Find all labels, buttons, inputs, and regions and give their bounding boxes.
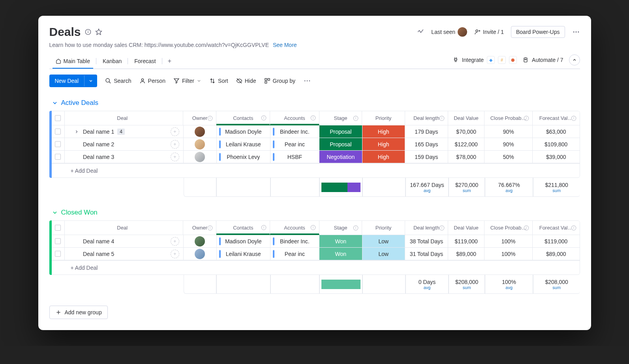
info-icon[interactable] [85, 29, 91, 35]
more-icon[interactable] [303, 77, 311, 85]
col-value[interactable]: Deal Value [448, 111, 485, 125]
value-cell[interactable]: $89,000 [448, 248, 484, 260]
stage-cell[interactable]: Proposal [319, 138, 362, 150]
integrate-button[interactable]: Integrate ◆ # ⬣ [453, 56, 517, 64]
col-forecast[interactable]: Forecast Val… [533, 111, 580, 125]
col-length[interactable]: Deal length [405, 111, 448, 125]
contacts-cell[interactable]: Leilani Krause [217, 248, 270, 260]
hide-button[interactable]: Hide [236, 78, 256, 84]
row-checkbox[interactable] [55, 129, 61, 134]
owner-cell[interactable] [184, 235, 217, 247]
value-cell[interactable]: $78,000 [448, 151, 484, 163]
deal-name-cell[interactable]: Deal name 2+ [65, 138, 184, 150]
priority-cell[interactable]: High [362, 151, 405, 163]
add-subitem-icon[interactable]: + [171, 140, 179, 149]
value-cell[interactable]: $122,000 [448, 138, 484, 150]
accounts-cell[interactable]: Pear inc [270, 138, 319, 150]
prob-cell[interactable]: 100% [484, 248, 533, 260]
prob-cell[interactable]: 90% [484, 138, 533, 150]
powerups-button[interactable]: Board Power-Ups [511, 26, 565, 38]
prob-cell[interactable]: 50% [484, 151, 533, 163]
length-cell[interactable]: 165 Days [405, 138, 448, 150]
col-deal[interactable]: Deal [65, 111, 183, 125]
forecast-cell[interactable]: $89,000 [533, 248, 580, 260]
activity-icon[interactable] [417, 28, 424, 35]
owner-cell[interactable] [184, 138, 217, 150]
col-forecast[interactable]: Forecast Val… [533, 221, 580, 235]
col-prob[interactable]: Close Probab… [484, 111, 533, 125]
see-more-link[interactable]: See More [273, 42, 297, 48]
automate-button[interactable]: Automate / 7 [522, 57, 563, 63]
star-icon[interactable] [95, 28, 102, 35]
contacts-cell[interactable]: Leilani Krause [217, 138, 270, 150]
col-stage[interactable]: Stage [319, 111, 362, 125]
accounts-cell[interactable]: Pear inc [270, 248, 319, 260]
col-owner[interactable]: Owner [183, 221, 216, 235]
filter-button[interactable]: Filter [173, 78, 201, 84]
col-contacts[interactable]: Contacts [216, 221, 270, 235]
collapse-button[interactable] [569, 54, 580, 65]
priority-cell[interactable]: Low [362, 235, 405, 247]
invite-button[interactable]: Invite / 1 [474, 29, 504, 35]
forecast-cell[interactable]: $109,800 [533, 138, 580, 150]
accounts-cell[interactable]: Bindeer Inc. [270, 235, 319, 247]
col-contacts[interactable]: Contacts [216, 111, 270, 125]
value-cell[interactable]: $119,000 [448, 235, 484, 247]
value-cell[interactable]: $70,000 [448, 125, 484, 138]
prob-cell[interactable]: 100% [484, 235, 533, 247]
accounts-cell[interactable]: Bindeer Inc. [270, 125, 319, 138]
forecast-cell[interactable]: $39,000 [533, 151, 580, 163]
add-view-button[interactable]: + [162, 54, 177, 69]
chevron-down-icon[interactable] [84, 75, 97, 86]
priority-cell[interactable]: Low [362, 248, 405, 260]
col-value[interactable]: Deal Value [448, 221, 485, 235]
deal-name-cell[interactable]: Deal name 4+ [65, 235, 184, 247]
col-deal[interactable]: Deal [65, 221, 183, 235]
col-prob[interactable]: Close Probab… [484, 221, 533, 235]
deal-name-cell[interactable]: Deal name 14+ [65, 125, 184, 138]
col-priority[interactable]: Priority [362, 111, 405, 125]
col-stage[interactable]: Stage [319, 221, 362, 235]
expand-icon[interactable] [73, 129, 81, 134]
tab-main-table[interactable]: Main Table [49, 54, 96, 68]
contacts-cell[interactable]: Madison Doyle [217, 125, 270, 138]
add-group-button[interactable]: Add new group [49, 306, 108, 319]
stage-cell[interactable]: Won [319, 248, 362, 260]
last-seen-link[interactable]: Last seen [431, 27, 467, 37]
group-by-button[interactable]: Group by [264, 78, 296, 84]
group-header[interactable]: Closed Won [52, 209, 580, 217]
length-cell[interactable]: 179 Days [405, 125, 448, 138]
col-accounts[interactable]: Accounts [270, 111, 319, 125]
prob-cell[interactable]: 90% [484, 125, 533, 138]
deal-name-cell[interactable]: Deal name 5+ [65, 248, 184, 260]
owner-cell[interactable] [184, 125, 217, 138]
person-filter-button[interactable]: Person [139, 78, 165, 84]
deal-name-cell[interactable]: Deal name 3+ [65, 151, 184, 163]
add-subitem-icon[interactable]: + [171, 237, 179, 246]
stage-cell[interactable]: Negotiation [319, 151, 362, 163]
col-owner[interactable]: Owner [183, 111, 216, 125]
more-icon[interactable] [572, 28, 580, 36]
forecast-cell[interactable]: $119,000 [533, 235, 580, 247]
add-subitem-icon[interactable]: + [171, 250, 179, 258]
add-deal-row[interactable]: + Add Deal [52, 163, 580, 177]
owner-cell[interactable] [184, 248, 217, 260]
forecast-cell[interactable]: $63,000 [533, 125, 580, 138]
group-header[interactable]: Active Deals [52, 99, 580, 107]
tab-forecast[interactable]: Forecast [128, 54, 162, 68]
row-checkbox[interactable] [55, 141, 61, 147]
priority-cell[interactable]: High [362, 138, 405, 150]
select-all-checkbox[interactable] [55, 225, 61, 231]
add-deal-row[interactable]: + Add Deal [52, 260, 580, 274]
length-cell[interactable]: 159 Days [405, 151, 448, 163]
add-subitem-icon[interactable]: + [171, 127, 179, 136]
select-all-checkbox[interactable] [55, 115, 61, 121]
add-subitem-icon[interactable]: + [171, 153, 179, 161]
tab-kanban[interactable]: Kanban [96, 54, 128, 68]
row-checkbox[interactable] [55, 251, 61, 257]
priority-cell[interactable]: High [362, 125, 405, 138]
length-cell[interactable]: 31 Total Days [405, 248, 448, 260]
accounts-cell[interactable]: HSBF [270, 151, 319, 163]
row-checkbox[interactable] [55, 238, 61, 244]
contacts-cell[interactable]: Phoenix Levy [217, 151, 270, 163]
